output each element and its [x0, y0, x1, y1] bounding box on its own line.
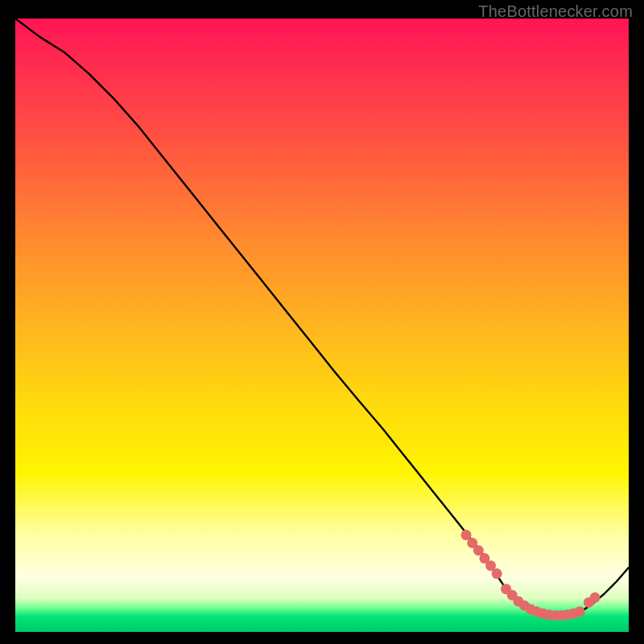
watermark-text: TheBottlenecker.com: [478, 2, 633, 21]
marker-point: [590, 592, 601, 603]
marker-point: [492, 568, 502, 579]
plot-area: [15, 19, 629, 632]
highlight-markers: [461, 530, 601, 621]
chart-svg: [15, 19, 629, 632]
chart-frame: TheBottlenecker.com: [0, 0, 644, 644]
bottleneck-curve: [15, 19, 629, 617]
marker-point: [575, 606, 585, 617]
